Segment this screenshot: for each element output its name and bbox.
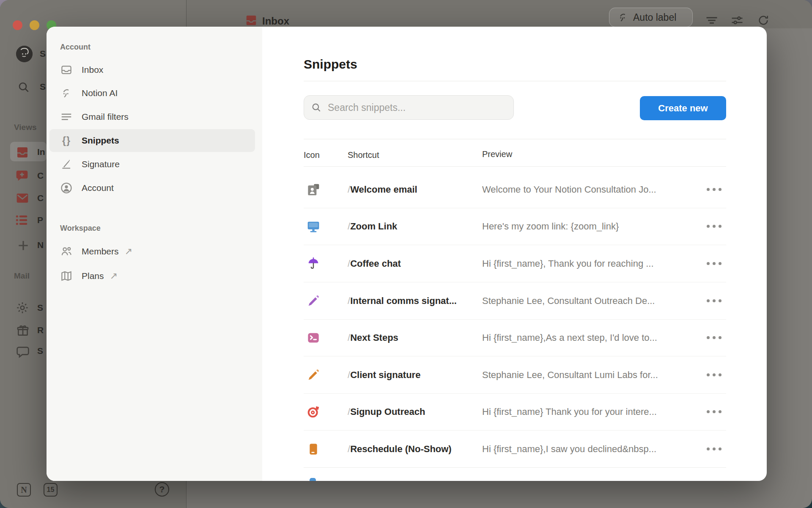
nav-item-members[interactable]: Members ↗ — [49, 240, 255, 263]
search-label[interactable]: S — [40, 82, 46, 92]
avatar[interactable] — [16, 46, 33, 62]
campaigns-view-label[interactable]: C — [37, 193, 44, 203]
nav-item-signature[interactable]: Signature — [49, 153, 255, 176]
snippet-row[interactable]: /Coffee chat Hi {first_name}, Thank you … — [304, 245, 726, 282]
gift-icon[interactable] — [16, 324, 30, 337]
book-icon — [307, 442, 320, 456]
new-view-plus-icon[interactable] — [16, 239, 30, 252]
snippets-title: Snippets — [304, 57, 357, 72]
person-circle-icon — [60, 182, 73, 194]
filter-sliders-icon[interactable] — [731, 14, 743, 27]
snippet-row[interactable]: /Next Steps Hi {first_name},As a next st… — [304, 319, 726, 356]
inbox-tab-icon — [245, 14, 258, 27]
sort-lines-icon[interactable] — [705, 14, 718, 27]
header-divider — [304, 166, 726, 167]
nav-label: Plans — [82, 271, 104, 281]
close-window-button[interactable] — [13, 20, 22, 30]
snippet-preview: Hi {first_name}, Thank you for reaching … — [482, 258, 654, 269]
snippet-row[interactable]: /Welcome email Welcome to Your Notion Co… — [304, 171, 726, 208]
signature-pen-icon — [60, 158, 73, 171]
create-new-button[interactable]: Create new — [640, 96, 726, 120]
chat-bubble-icon[interactable] — [16, 345, 30, 359]
violet-pen-icon — [307, 294, 320, 308]
row-menu-button[interactable] — [703, 181, 725, 198]
filter-lines-icon — [60, 110, 73, 123]
new-view-label[interactable]: N — [37, 240, 44, 250]
external-link-icon: ↗ — [125, 246, 132, 257]
nav-item-inbox[interactable]: Inbox — [49, 58, 255, 81]
snippet-search[interactable] — [304, 95, 514, 120]
snippet-preview: Hi {first_name} Thank you for your inter… — [482, 406, 657, 417]
nav-label: Members — [82, 246, 119, 257]
nav-label: Notion AI — [82, 88, 118, 98]
column-header-icon: Icon — [304, 150, 320, 160]
nav-label: Signature — [82, 159, 120, 169]
search-icon — [311, 102, 322, 113]
row-menu-button[interactable] — [703, 441, 725, 458]
monitor-icon — [307, 220, 320, 233]
calendar-icon[interactable]: 15 — [44, 483, 58, 497]
auto-label-text: Auto label — [633, 12, 676, 23]
toolbar-divider — [304, 139, 726, 139]
row-menu-button[interactable] — [703, 218, 725, 235]
workspace-section-header: Workspace — [60, 224, 101, 233]
inbox-view-label[interactable]: In — [37, 147, 45, 157]
auto-label-button[interactable]: Auto label — [609, 8, 693, 27]
row-menu-button[interactable] — [703, 403, 725, 420]
next-row-icon-peek — [310, 478, 316, 481]
app-window: S S Views In C C P N Mail S R S N 15 ? I… — [0, 0, 812, 508]
snippet-preview: Stephanie Lee, Consultant Lumi Labs for.… — [482, 370, 658, 381]
snippet-row[interactable]: /Reschedule (No-Show) Hi {first_name},I … — [304, 431, 726, 468]
row-menu-button[interactable] — [703, 329, 725, 346]
search-icon[interactable] — [17, 80, 30, 94]
column-header-shortcut: Shortcut — [348, 150, 379, 160]
nav-label: Gmail filters — [82, 112, 129, 122]
column-header-preview: Preview — [482, 149, 512, 159]
inbox-view-icon[interactable] — [16, 146, 29, 159]
nav-item-gmail-filters[interactable]: Gmail filters — [49, 105, 255, 128]
row-menu-button[interactable] — [703, 255, 725, 272]
pipeline-view-icon[interactable] — [15, 213, 28, 227]
members-icon — [60, 245, 73, 258]
snippet-row[interactable]: /Internal comms signat... Stephanie Lee,… — [304, 282, 726, 320]
name-badge-icon — [307, 183, 320, 196]
terminal-icon — [307, 331, 320, 345]
nav-item-plans[interactable]: Plans ↗ — [49, 265, 255, 287]
snippet-row[interactable]: /Zoom Link Here's my zoom link: {zoom_li… — [304, 208, 726, 245]
snippet-row[interactable]: /Signup Outreach Hi {first_name} Thank y… — [304, 393, 726, 431]
snippet-preview: Here's my zoom link: {zoom_link} — [482, 221, 619, 232]
umbrella-icon — [307, 257, 320, 271]
contacts-view-label[interactable]: C — [37, 171, 44, 181]
views-header: Views — [14, 123, 37, 132]
page-title: Inbox — [262, 15, 289, 27]
nav-label: Account — [82, 183, 114, 193]
notion-logo[interactable]: N — [17, 483, 31, 497]
help-button[interactable]: ? — [155, 482, 169, 497]
map-icon — [60, 270, 73, 282]
row-menu-button[interactable] — [703, 367, 725, 384]
nav-label: Inbox — [82, 65, 103, 75]
nav-item-snippets[interactable]: {} Snippets — [49, 129, 255, 152]
target-icon — [307, 405, 320, 419]
rewards-label[interactable]: R — [37, 325, 44, 335]
profile-name-label[interactable]: S — [40, 49, 46, 59]
orange-pencil-icon — [307, 368, 320, 382]
settings-modal: Account Inbox Notion AI Gmail filters — [47, 27, 767, 481]
support-label[interactable]: S — [37, 346, 43, 356]
snippet-row[interactable]: /Client signature Stephanie Lee, Consult… — [304, 356, 726, 394]
nav-item-account[interactable]: Account — [49, 177, 255, 199]
row-menu-button[interactable] — [703, 293, 725, 309]
notion-ai-icon — [60, 87, 73, 99]
pipeline-view-label[interactable]: P — [37, 215, 43, 225]
settings-gear-icon[interactable] — [16, 301, 29, 315]
campaigns-view-icon[interactable] — [16, 191, 29, 205]
nav-item-notion-ai[interactable]: Notion AI — [49, 82, 255, 105]
minimize-window-button[interactable] — [30, 20, 39, 30]
refresh-icon[interactable] — [757, 14, 770, 27]
snippet-preview: Welcome to Your Notion Consultation Jo..… — [482, 184, 656, 195]
contacts-view-icon[interactable] — [15, 169, 29, 182]
external-link-icon: ↗ — [110, 271, 118, 282]
settings-label[interactable]: S — [37, 303, 43, 313]
title-divider — [304, 81, 726, 81]
search-input[interactable] — [327, 102, 498, 114]
